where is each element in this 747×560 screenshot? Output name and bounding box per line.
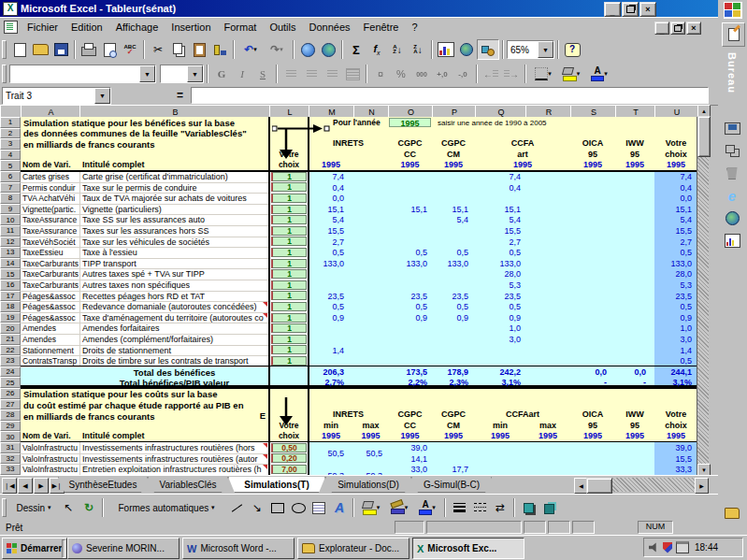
tab-simulationst[interactable]: Simulations(T) [228, 477, 325, 493]
rectangle-icon[interactable] [267, 498, 288, 517]
three-d-icon[interactable] [539, 498, 559, 517]
t1-year-O[interactable]: 1995 [388, 160, 432, 170]
t1-hdr1-S[interactable]: OICA [570, 138, 615, 149]
cell-U18[interactable]: 0,5 [654, 302, 697, 312]
t2-year-O[interactable]: 1995 [388, 431, 432, 441]
italic-icon[interactable]: I [232, 65, 252, 83]
cell-U11[interactable]: 15,5 [654, 226, 697, 237]
tab-synthseetudes[interactable]: SynthèseEtudes [58, 477, 148, 493]
cell-Q9[interactable]: 15,1 [475, 205, 525, 215]
total-Q25[interactable]: 3,1% [475, 378, 525, 388]
total-label-24[interactable]: Total des bénéfices [79, 367, 269, 378]
cell-b31[interactable]: Investissements infrastructures routière… [82, 443, 266, 453]
t2-hdr1-U[interactable]: Votre [654, 409, 697, 420]
year-value-cell[interactable]: 1995 [389, 118, 431, 127]
t2-rowhdr-b[interactable]: Intitulé complet [82, 431, 267, 441]
decrease-decimal-icon[interactable]: -,0 [453, 65, 473, 83]
cell-b23[interactable]: Droits de timbre sur les contrats de tra… [82, 356, 266, 366]
row-header-14[interactable]: 14 [0, 258, 21, 269]
my-computer-icon[interactable] [721, 118, 743, 138]
hscroll-thumb[interactable] [586, 478, 612, 494]
row-header-22[interactable]: 22 [0, 345, 21, 356]
thousands-icon[interactable]: 000 [411, 65, 432, 83]
menu-item-outils[interactable]: Outils [263, 19, 302, 36]
t2-hdr1-O[interactable]: CGPC [388, 409, 432, 420]
choice-cell-16[interactable]: 1 [271, 280, 307, 290]
t2-hdr2-M[interactable]: min [309, 421, 353, 431]
globe-icon[interactable] [721, 208, 743, 228]
t2-hdr2-S[interactable]: 95 [570, 421, 615, 431]
cell-a11[interactable]: TaxeAssurance [22, 226, 79, 237]
printer-icon[interactable] [676, 541, 689, 553]
arrow-icon[interactable]: ↘ [247, 498, 267, 517]
prev-sheet-icon[interactable]: ◀ [18, 478, 33, 494]
volume-icon[interactable] [649, 542, 659, 553]
total-O24[interactable]: 173,5 [388, 367, 432, 378]
menu-item-affichage[interactable]: Affichage [109, 19, 165, 36]
cell-M6[interactable]: 7,4 [309, 172, 353, 182]
cell-a31[interactable]: ValoInfrastructu [22, 443, 79, 453]
cell-U19[interactable]: 0,9 [654, 313, 697, 323]
choice-cell-15[interactable]: 1 [271, 269, 307, 279]
row-header-3[interactable]: 3 [0, 138, 21, 150]
row-header-10[interactable]: 10 [0, 214, 21, 225]
table1-title-line2[interactable]: des données communes de la feuille "Vari… [23, 128, 268, 138]
underline-icon[interactable]: S [252, 65, 273, 83]
paste-icon[interactable] [189, 40, 209, 59]
t1-year-M[interactable]: 1995 [309, 160, 353, 170]
zoom-dropdown-arrow[interactable]: ▼ [538, 41, 553, 58]
cell-Q20[interactable]: 1,0 [475, 323, 525, 334]
t1-year-QR[interactable]: 1995 [475, 160, 570, 170]
table2-title-line1[interactable]: Simulation statique pour les coûts sur l… [23, 389, 257, 399]
t2-hdr1-P[interactable]: CGPC [432, 409, 475, 420]
cell-Q6[interactable]: 7,4 [475, 172, 525, 182]
cell-a12[interactable]: TaxeVéhSociét [22, 237, 79, 248]
bold-icon[interactable]: G [211, 65, 232, 83]
total-U25[interactable]: 3,1% [654, 378, 697, 388]
choice-cell-7[interactable]: 1 [271, 182, 307, 192]
line-icon[interactable] [226, 498, 247, 517]
year-label[interactable]: Pour l'année [333, 118, 389, 128]
total-Q24[interactable]: 242,2 [475, 367, 525, 378]
choice-cell-31[interactable]: 0,50 [271, 443, 307, 452]
dessin-menu-button[interactable]: Dessin ▾ [9, 498, 58, 517]
name-box-dropdown-arrow[interactable]: ▼ [94, 88, 110, 104]
row-header-13[interactable]: 13 [0, 247, 21, 258]
choice-cell-9[interactable]: 1 [271, 205, 307, 214]
cell-M13[interactable]: 0,5 [309, 248, 353, 258]
cell-Q19[interactable]: 0,9 [475, 313, 525, 323]
cell-Q10[interactable]: 5,4 [475, 215, 525, 225]
row-header-9[interactable]: 9 [0, 204, 21, 215]
t2-year-Q[interactable]: 1995 [475, 431, 525, 441]
t1-hdr2-P[interactable]: CM [432, 150, 475, 160]
cell-Q7[interactable]: 0,4 [475, 183, 525, 194]
cell-b20[interactable]: Amendes forfaitaires [82, 323, 266, 334]
t2-hdr2-Q[interactable]: min [475, 421, 525, 431]
vertical-scrollbar[interactable]: ▲ ▼ [697, 105, 709, 475]
cell-O19[interactable]: 0,9 [388, 313, 432, 323]
cell-O32[interactable]: 14,1 [388, 454, 432, 465]
cell-U23[interactable]: 0,5 [654, 356, 697, 366]
sort-ascending-icon[interactable]: AZ↓ [387, 40, 408, 59]
row-header-30[interactable]: 30 [0, 431, 21, 442]
row-header-15[interactable]: 15 [0, 268, 21, 280]
dash-style-icon[interactable] [469, 498, 490, 517]
cell-U33[interactable]: 33,3 [654, 465, 697, 475]
choice-cell-6[interactable]: 1 [271, 172, 307, 181]
cell-M14[interactable]: 133,0 [309, 259, 353, 269]
t2-hdr1-T[interactable]: IWW [615, 409, 654, 420]
t2-hdr2-O[interactable]: CC [388, 421, 432, 431]
cell-Q14[interactable]: 133,0 [475, 259, 525, 269]
cell-Q12[interactable]: 2,7 [475, 237, 525, 248]
folder-shortcut-icon[interactable] [721, 503, 743, 524]
increase-indent-icon[interactable]: → [501, 65, 522, 83]
row-header-16[interactable]: 16 [0, 280, 21, 291]
cell-Q11[interactable]: 15,5 [475, 226, 525, 237]
t2-rowhdr-a[interactable]: Nom de Vari. [22, 431, 79, 441]
t2-year-U[interactable]: 1995 [654, 431, 697, 441]
cell-P14[interactable]: 133,0 [432, 259, 475, 269]
cell-U31[interactable]: 39,0 [654, 443, 697, 453]
row-header-2[interactable]: 2 [0, 128, 21, 139]
help-icon[interactable]: ? [562, 40, 582, 59]
t2-hdr2-P[interactable]: CM [432, 421, 475, 431]
